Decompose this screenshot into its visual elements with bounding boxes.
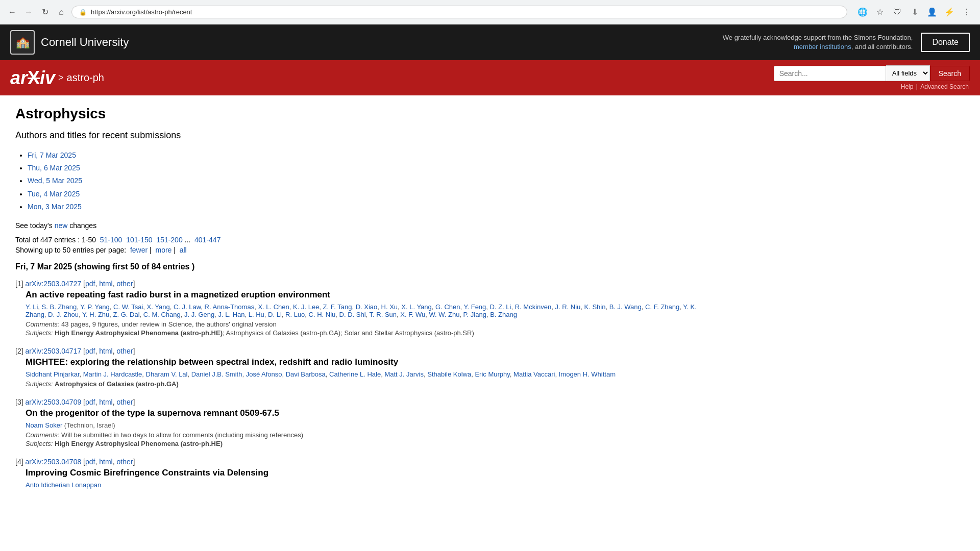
author-link[interactable]: Y. P. Yang: [80, 303, 110, 311]
author-link[interactable]: Y. Feng: [463, 303, 486, 311]
author-link[interactable]: Sthabile Kolwa: [427, 370, 471, 378]
author-link[interactable]: Eric Murphy: [475, 370, 509, 378]
translate-button[interactable]: 🌐: [855, 5, 870, 19]
member-institutions-link[interactable]: member institutions: [794, 43, 851, 51]
author-link[interactable]: Davi Barbosa: [286, 370, 326, 378]
search-button[interactable]: Search: [930, 66, 970, 81]
pdf-link[interactable]: pdf: [85, 458, 95, 466]
author-link[interactable]: Z. F. Tang: [323, 303, 352, 311]
author-link[interactable]: R. Luo: [285, 311, 305, 318]
other-link[interactable]: other: [117, 280, 133, 288]
author-link[interactable]: X. L. Yang: [401, 303, 432, 311]
author-link[interactable]: C. J. Law: [174, 303, 201, 311]
html-link[interactable]: html: [99, 280, 112, 288]
author-link[interactable]: J. L. Han: [218, 311, 245, 318]
author-link[interactable]: L. Hu: [249, 311, 264, 318]
address-bar[interactable]: 🔒 https://arxiv.org/list/astro-ph/recent: [71, 6, 847, 18]
author-link[interactable]: Noam Soker: [26, 421, 62, 429]
author-link[interactable]: Y. Li: [26, 303, 38, 311]
author-link[interactable]: Siddhant Pinjarkar: [26, 370, 80, 378]
profile-button[interactable]: 👤: [925, 5, 939, 19]
cornell-logo-link[interactable]: 🏫 Cornell University: [10, 30, 129, 55]
menu-button[interactable]: ⋮: [960, 5, 974, 19]
arxiv-logo-link[interactable]: arXiv > astro-ph: [10, 69, 104, 87]
shield-button[interactable]: 🛡: [890, 5, 904, 19]
page-link-51[interactable]: 51-100: [100, 236, 122, 244]
back-button[interactable]: ←: [6, 6, 18, 18]
download-button[interactable]: ⇓: [908, 5, 922, 19]
home-button[interactable]: ⌂: [55, 6, 67, 18]
author-link[interactable]: D. Xiao: [356, 303, 378, 311]
author-link[interactable]: Y. H. Zhu: [82, 311, 109, 318]
other-link[interactable]: other: [117, 458, 133, 466]
other-link[interactable]: other: [117, 347, 133, 355]
date-link-wed[interactable]: Wed, 5 Mar 2025: [28, 177, 82, 185]
author-link[interactable]: C. W. Tsai: [113, 303, 143, 311]
pdf-link[interactable]: pdf: [85, 280, 95, 288]
author-link[interactable]: X. F. Wu: [400, 311, 425, 318]
author-link[interactable]: B. J. Wang: [609, 303, 642, 311]
date-link-mon[interactable]: Mon, 3 Mar 2025: [28, 203, 82, 211]
page-link-151[interactable]: 151-200: [156, 236, 182, 244]
author-link[interactable]: D. D. Shi: [339, 311, 366, 318]
author-link[interactable]: J. J. Geng: [184, 311, 214, 318]
all-link[interactable]: all: [180, 246, 187, 254]
search-field-select[interactable]: All fields Title Author Abstract: [886, 65, 930, 81]
date-link-fri[interactable]: Fri, 7 Mar 2025: [28, 151, 76, 159]
forward-button[interactable]: →: [22, 6, 35, 18]
html-link[interactable]: html: [99, 347, 112, 355]
page-link-101[interactable]: 101-150: [126, 236, 152, 244]
author-link[interactable]: Mattia Vaccari: [513, 370, 555, 378]
donate-button[interactable]: Donate: [921, 33, 970, 52]
advanced-search-link[interactable]: Advanced Search: [920, 83, 969, 90]
author-link[interactable]: X. Yang: [147, 303, 170, 311]
author-link[interactable]: H. Xu: [381, 303, 398, 311]
author-link[interactable]: R. Mckinven: [515, 303, 552, 311]
author-link[interactable]: Catherine L. Hale: [329, 370, 381, 378]
html-link[interactable]: html: [99, 398, 112, 406]
author-link[interactable]: X. L. Chen: [258, 303, 289, 311]
author-link[interactable]: K. Shin: [584, 303, 606, 311]
author-link[interactable]: C. H. Niu: [309, 311, 336, 318]
author-link[interactable]: Z. G. Dai: [113, 311, 140, 318]
author-link[interactable]: G. Chen: [435, 303, 460, 311]
arxiv-id-link[interactable]: arXiv:2503.04727: [25, 280, 81, 288]
bookmark-button[interactable]: ☆: [873, 5, 887, 19]
arxiv-id-link[interactable]: arXiv:2503.04708: [25, 458, 81, 466]
author-link[interactable]: D. Li: [268, 311, 282, 318]
author-link[interactable]: C. F. Zhang: [645, 303, 679, 311]
author-link[interactable]: José Afonso: [246, 370, 282, 378]
author-link[interactable]: D. J. Zhou: [48, 311, 79, 318]
more-link[interactable]: more: [155, 246, 172, 254]
author-link[interactable]: B. Zhang: [490, 311, 517, 318]
extensions-button[interactable]: ⚡: [942, 5, 957, 19]
author-link[interactable]: S. B. Zhang: [42, 303, 77, 311]
author-link[interactable]: D. Z. Li: [490, 303, 511, 311]
author-link[interactable]: K. J. Lee: [293, 303, 319, 311]
author-link[interactable]: Imogen H. Whittam: [559, 370, 616, 378]
author-link[interactable]: R. Anna-Thomas: [205, 303, 255, 311]
new-changes-link[interactable]: new: [55, 221, 68, 230]
author-link[interactable]: P. Jiang: [463, 311, 486, 318]
arxiv-id-link[interactable]: arXiv:2503.04717: [25, 347, 81, 355]
html-link[interactable]: html: [99, 458, 112, 466]
reload-button[interactable]: ↻: [39, 6, 51, 18]
author-link[interactable]: J. R. Niu: [555, 303, 580, 311]
search-input[interactable]: [774, 66, 886, 81]
date-link-tue[interactable]: Tue, 4 Mar 2025: [28, 190, 80, 198]
pdf-link[interactable]: pdf: [85, 398, 95, 406]
fewer-link[interactable]: fewer: [130, 246, 148, 254]
author-link[interactable]: Anto Idicherian Lonappan: [26, 481, 101, 489]
author-link[interactable]: Dharam V. Lal: [146, 370, 188, 378]
pdf-link[interactable]: pdf: [85, 347, 95, 355]
author-link[interactable]: Matt J. Jarvis: [384, 370, 424, 378]
help-link[interactable]: Help: [901, 83, 914, 90]
author-link[interactable]: Martin J. Hardcastle: [83, 370, 142, 378]
arxiv-id-link[interactable]: arXiv:2503.04709: [25, 398, 81, 406]
other-link[interactable]: other: [117, 398, 133, 406]
author-link[interactable]: W. W. Zhu: [429, 311, 459, 318]
author-link[interactable]: C. M. Chang: [143, 311, 181, 318]
page-link-401[interactable]: 401-447: [194, 236, 220, 244]
author-link[interactable]: T. R. Sun: [370, 311, 397, 318]
date-link-thu[interactable]: Thu, 6 Mar 2025: [28, 164, 80, 172]
